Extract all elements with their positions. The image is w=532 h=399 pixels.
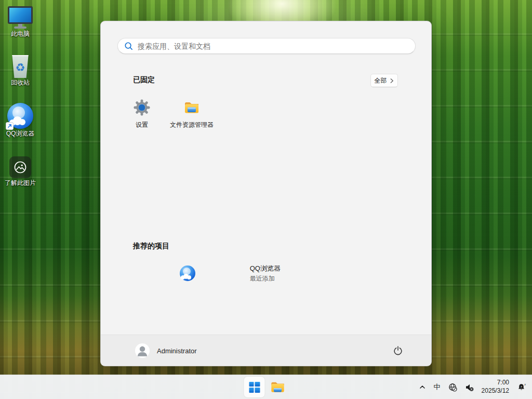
pinned-tile-label: 文件资源管理器 (170, 121, 214, 129)
user-name: Administrator (157, 347, 197, 355)
desktop: 此电脑 ♻ 回收站 QQ浏览器 了解此图片 (0, 0, 532, 399)
shortcut-arrow-icon (6, 122, 14, 130)
user-avatar-icon (135, 343, 150, 358)
svg-text:z: z (521, 385, 522, 388)
pinned-section-title: 已固定 (133, 75, 155, 85)
user-account-button[interactable]: Administrator (128, 339, 204, 362)
power-button[interactable] (388, 340, 408, 361)
start-menu: 已固定 全部 (100, 21, 432, 366)
globe-no-internet-icon (448, 383, 457, 392)
desktop-icon-this-pc[interactable]: 此电脑 (0, 6, 41, 38)
notification-center-button[interactable]: z z (517, 383, 527, 392)
all-apps-label: 全部 (375, 76, 387, 85)
search-icon (124, 42, 133, 50)
pinned-tile-file-explorer[interactable]: 文件资源管理器 (167, 93, 217, 138)
desktop-icon-learn-about-picture[interactable]: 了解此图片 (0, 156, 41, 187)
svg-text:z: z (524, 383, 526, 386)
clock-time: 7:00 (482, 379, 509, 387)
clock-date: 2025/3/12 (482, 387, 509, 395)
qq-browser-icon (180, 265, 195, 281)
tray-overflow-button[interactable] (419, 383, 426, 391)
chevron-right-icon (390, 78, 394, 84)
network-status-button[interactable] (448, 383, 457, 392)
recommended-item-sublabel: 最近添加 (250, 274, 281, 283)
recommended-item-label: QQ浏览器 (250, 264, 281, 273)
qq-browser-icon (7, 103, 33, 129)
desktop-icon-label: 此电脑 (0, 31, 41, 38)
taskbar: 中 7:00 2025/3/12 (0, 375, 532, 399)
all-apps-button[interactable]: 全部 (370, 74, 398, 87)
settings-gear-icon (134, 99, 150, 116)
start-menu-footer: Administrator (101, 335, 431, 366)
recommended-item-qq-browser[interactable]: QQ浏览器 最近添加 (130, 259, 281, 287)
windows-logo-icon (249, 382, 260, 393)
volume-muted-button[interactable] (465, 383, 474, 392)
taskbar-file-explorer-button[interactable] (268, 377, 288, 397)
desktop-icon-label: 回收站 (0, 79, 41, 87)
desktop-icon-qq-browser[interactable]: QQ浏览器 (0, 103, 41, 138)
ime-indicator[interactable]: 中 (434, 382, 441, 392)
taskbar-clock[interactable]: 7:00 2025/3/12 (482, 379, 509, 395)
chevron-up-icon (419, 383, 426, 391)
recommended-section-title: 推荐的项目 (133, 242, 169, 251)
desktop-icon-recycle-bin[interactable]: ♻ 回收站 (0, 55, 41, 87)
recycle-glyph: ♻ (16, 62, 25, 73)
pinned-tile-settings[interactable]: 设置 (117, 93, 167, 138)
bell-do-not-disturb-icon: z z (517, 383, 527, 392)
system-tray: 中 7:00 2025/3/12 (419, 375, 527, 399)
file-explorer-folder-icon (270, 379, 286, 395)
pinned-tile-label: 设置 (136, 121, 148, 129)
file-explorer-folder-icon (183, 99, 200, 116)
start-search-box[interactable] (117, 38, 416, 54)
desktop-icon-label: QQ浏览器 (0, 130, 41, 138)
recycle-bin-icon: ♻ (11, 55, 29, 78)
search-input[interactable] (138, 42, 409, 50)
learn-about-picture-icon (9, 156, 31, 178)
desktop-icon-label: 了解此图片 (0, 180, 41, 187)
start-button[interactable] (244, 377, 265, 397)
this-pc-icon (8, 6, 33, 29)
power-icon (393, 346, 403, 355)
speaker-muted-icon (465, 383, 474, 392)
